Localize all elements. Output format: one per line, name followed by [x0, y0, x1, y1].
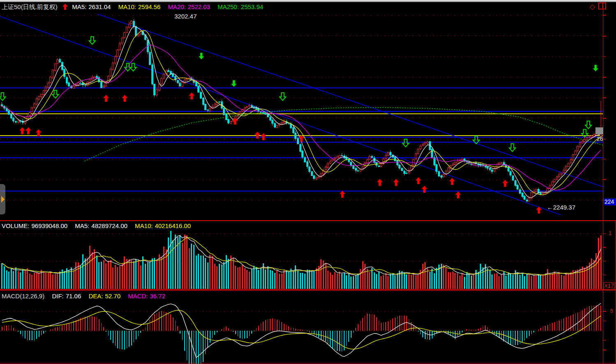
volume-axis-label: 1: [609, 230, 611, 236]
peak-price-label: 3202.47: [174, 13, 197, 20]
symbol-title: 上证50(日线.前复权): [2, 3, 58, 10]
volume-readout: VOLUME:96939048.00: [2, 222, 67, 229]
window-top-strip: [0, 0, 616, 2]
last-price-partial-label: 26: [597, 136, 603, 142]
dea-readout: DEA:52.70: [88, 293, 120, 299]
expand-arrow-icon: [1, 196, 5, 203]
ma5-readout: MA5:2631.04: [72, 3, 111, 10]
macd-params: MACD(12,26,9): [2, 293, 44, 299]
sidebar-expand-handle[interactable]: [0, 184, 5, 214]
up-arrow-icon: [63, 4, 68, 10]
price-axis-tag: 224: [604, 198, 616, 205]
volume-unit-label: X1万: [603, 282, 616, 290]
macd-axis-label: 5: [610, 308, 613, 314]
ma10-readout: MA10:2594.56: [118, 3, 161, 10]
axis-drag-handle: [595, 127, 603, 134]
macd-header: MACD(12,26,9) DIF:71.06 DEA:52.70 MACD:3…: [2, 293, 171, 299]
ma20-readout: MA20:2522.03: [168, 3, 210, 10]
panel-corner-toolbar: ◇: [590, 2, 606, 11]
main-chart-header: 上证50(日线.前复权) MA5:2631.04 MA10:2594.56 MA…: [2, 3, 269, 11]
ma250-readout: MA250:2553.94: [218, 3, 263, 10]
dif-readout: DIF:71.06: [52, 293, 81, 299]
chart-canvas[interactable]: [0, 0, 616, 364]
low-price-label: ←2249.37: [547, 204, 575, 211]
volume-ma5-readout: MA5:48289724.00: [75, 222, 127, 229]
stock-chart-app: 上证50(日线.前复权) MA5:2631.04 MA10:2594.56 MA…: [0, 0, 616, 364]
diamond-icon[interactable]: ◇: [590, 3, 595, 11]
volume-header: VOLUME:96939048.00 MA5:48289724.00 MA10:…: [2, 222, 197, 229]
volume-ma10-readout: MA10:40216416.00: [135, 222, 191, 229]
split-window-icon[interactable]: [598, 2, 606, 9]
macd-readout: MACD:36.72: [128, 293, 165, 299]
